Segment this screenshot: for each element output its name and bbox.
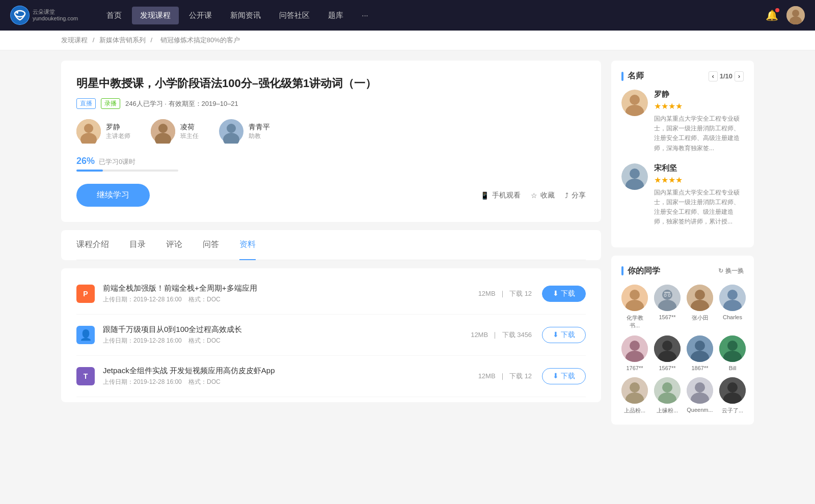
- sidebar-teacher-1-name: 罗静: [654, 90, 744, 99]
- download-button-3[interactable]: ⬇ 下载: [542, 368, 586, 384]
- resource-meta-2: 上传日期：2019-12-28 16:00 格式：DOC: [103, 337, 471, 345]
- nav-news[interactable]: 新闻资讯: [222, 7, 269, 24]
- user-avatar[interactable]: [786, 6, 805, 24]
- classmate-10: 上缘粉...: [654, 377, 681, 414]
- teacher-prev-button[interactable]: ‹: [709, 71, 718, 81]
- classmate-5-avatar: [621, 335, 648, 362]
- nav-more[interactable]: ···: [354, 7, 376, 24]
- classmate-11-name: Queenm...: [687, 407, 713, 413]
- breadcrumb-current: 销冠修炼术搞定80%的客户: [160, 36, 240, 44]
- notification-dot: [775, 8, 779, 12]
- tab-catalog[interactable]: 目录: [129, 230, 146, 260]
- classmate-2-avatar: [654, 285, 681, 311]
- progress-bar-fill: [76, 170, 103, 172]
- badge-live: 直播: [76, 98, 96, 109]
- classmate-5-name: 1767**: [626, 365, 643, 371]
- teachers-card-title: 名师 ‹ 1/10 ›: [621, 71, 744, 81]
- classmate-2-name: 1567**: [659, 314, 675, 320]
- breadcrumb-discover[interactable]: 发现课程: [61, 36, 88, 44]
- share-button[interactable]: ⤴ 分享: [565, 191, 586, 200]
- resource-stats-1: 12MB ｜ 下载 12: [478, 289, 532, 298]
- continue-button[interactable]: 继续学习: [76, 184, 150, 207]
- svg-point-10: [158, 124, 168, 133]
- svg-point-13: [227, 124, 236, 133]
- tab-qa[interactable]: 问答: [203, 230, 219, 260]
- logo[interactable]: 云朵课堂 yundouketing.com: [10, 6, 78, 25]
- teacher-3-info: 青青平 助教: [249, 123, 270, 141]
- sidebar-teacher-2-desc: 国内某重点大学安全工程专业硕士，国家一级注册消防工程师、注册安全工程师、级注册建…: [654, 188, 744, 227]
- teacher-2-avatar: [151, 119, 175, 144]
- nav-items: 首页 发现课程 公开课 新闻资讯 问答社区 题库 ···: [98, 7, 766, 24]
- svg-point-34: [727, 290, 738, 300]
- classmate-12-name: 云子了...: [722, 407, 743, 414]
- classmate-12: 云子了...: [719, 377, 746, 414]
- svg-point-49: [630, 382, 640, 393]
- resource-icon-2: 👤: [76, 326, 95, 344]
- breadcrumb-series[interactable]: 新媒体营销系列: [99, 36, 146, 44]
- blue-bar: [621, 72, 623, 81]
- svg-point-52: [662, 382, 672, 393]
- teacher-next-button[interactable]: ›: [735, 71, 744, 81]
- classmate-4-name: Charles: [723, 314, 742, 320]
- classmate-4-avatar: [719, 285, 746, 311]
- classmate-3-avatar: [687, 285, 713, 311]
- teacher-1-name: 罗静: [106, 123, 130, 132]
- sidebar-teacher-1-avatar: [621, 90, 648, 116]
- svg-point-0: [11, 6, 29, 24]
- classmate-3-name: 张小田: [692, 314, 709, 322]
- refresh-button[interactable]: ↻ 换一换: [718, 267, 744, 275]
- sidebar-teacher-1-info: 罗静 ★★★★ 国内某重点大学安全工程专业硕士，国家一级注册消防工程师、注册安全…: [654, 90, 744, 153]
- classmates-card: 你的同学 ↻ 换一换 化学教书... 156: [611, 256, 754, 425]
- navigation: 云朵课堂 yundouketing.com 首页 发现课程 公开课 新闻资讯 问…: [0, 0, 815, 31]
- sidebar-teacher-1-stars: ★★★★: [654, 101, 744, 111]
- sidebar-teacher-2-info: 宋利坚 ★★★★ 国内某重点大学安全工程专业硕士，国家一级注册消防工程师、注册安…: [654, 163, 744, 227]
- resource-title-2: 跟随千万级项目从0到100全过程高效成长: [103, 325, 471, 334]
- svg-point-46: [727, 341, 738, 351]
- favorite-label: 收藏: [540, 191, 555, 200]
- nav-discover[interactable]: 发现课程: [132, 7, 179, 24]
- teacher-3-name: 青青平: [249, 123, 270, 132]
- resource-title-1: 前端全栈加强版！前端全栈+全周期+多端应用: [103, 284, 478, 293]
- teacher-2-role: 班主任: [180, 132, 199, 141]
- mobile-label: 手机观看: [492, 191, 521, 200]
- nav-right: 🔔: [766, 6, 805, 24]
- classmates-grid: 化学教书... 1567** 张小田: [621, 285, 744, 414]
- resources-list: P 前端全栈加强版！前端全栈+全周期+多端应用 上传日期：2019-12-28 …: [61, 268, 601, 402]
- classmate-9: 上品粉...: [621, 377, 648, 414]
- tab-intro[interactable]: 课程介绍: [76, 230, 109, 260]
- classmate-11: Queenm...: [687, 377, 713, 414]
- sidebar-teacher-2-name: 宋利坚: [654, 163, 744, 173]
- bell-icon[interactable]: 🔔: [766, 9, 778, 21]
- teacher-pagination: ‹ 1/10 ›: [709, 71, 744, 81]
- classmate-6-name: 1567**: [659, 365, 675, 371]
- download-button-2[interactable]: ⬇ 下载: [542, 327, 586, 343]
- mobile-view-button[interactable]: 📱 手机观看: [480, 191, 521, 200]
- svg-rect-27: [664, 292, 670, 293]
- download-button-1[interactable]: ⬇ 下载: [542, 286, 586, 302]
- course-actions: 继续学习 📱 手机观看 ☆ 收藏 ⤴ 分享: [76, 184, 586, 207]
- action-buttons: 📱 手机观看 ☆ 收藏 ⤴ 分享: [480, 191, 586, 200]
- classmate-8-avatar: [719, 335, 746, 362]
- tab-resource[interactable]: 资料: [239, 230, 256, 260]
- resource-icon-3: T: [76, 367, 95, 385]
- resource-title-3: Jetpack全组件实战 开发短视频应用高仿皮皮虾App: [103, 366, 478, 376]
- nav-qa[interactable]: 问答社区: [271, 7, 318, 24]
- tabs: 课程介绍 目录 评论 问答 资料: [76, 230, 586, 260]
- classmate-3: 张小田: [687, 285, 713, 329]
- main-layout: 明星中教授课，小学阶段语法100分–强化级第1讲动词（一） 直播 录播 246人…: [0, 50, 815, 443]
- tabs-section: 课程介绍 目录 评论 问答 资料: [61, 230, 601, 260]
- svg-point-4: [792, 10, 799, 17]
- classmate-4: Charles: [719, 285, 746, 329]
- progress-percent: 26%已学习0课时: [76, 156, 135, 166]
- teacher-1-info: 罗静 主讲老师: [106, 123, 130, 141]
- nav-home[interactable]: 首页: [98, 7, 130, 24]
- nav-quiz[interactable]: 题库: [320, 7, 351, 24]
- teacher-2: 凌荷 班主任: [151, 119, 199, 144]
- sidebar-teacher-2-stars: ★★★★: [654, 175, 744, 185]
- svg-point-55: [695, 382, 705, 393]
- nav-public[interactable]: 公开课: [181, 7, 220, 24]
- favorite-button[interactable]: ☆ 收藏: [531, 191, 555, 200]
- tab-review[interactable]: 评论: [166, 230, 182, 260]
- refresh-label: 换一换: [725, 267, 744, 275]
- classmate-9-avatar: [621, 377, 648, 404]
